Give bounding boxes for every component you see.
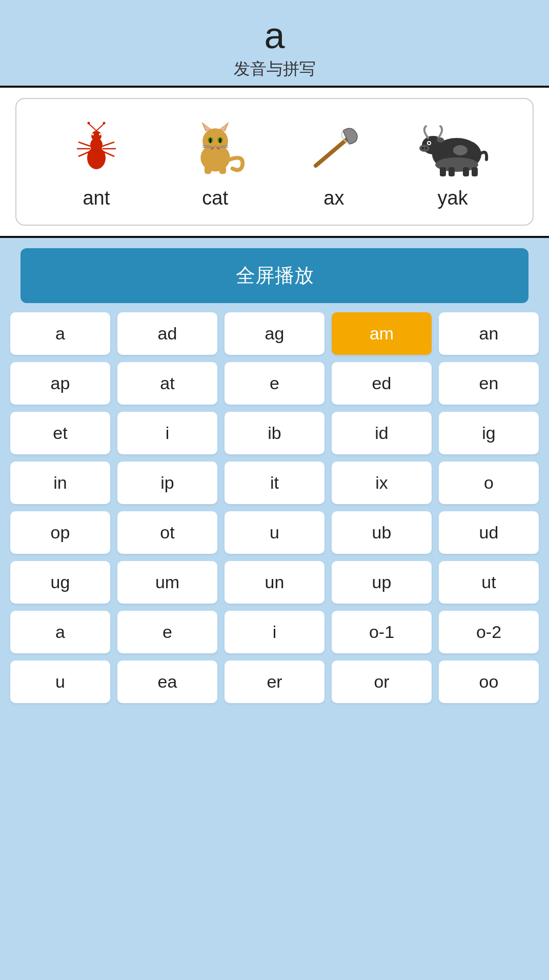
svg-point-23: [209, 138, 211, 144]
svg-point-41: [437, 137, 444, 143]
grid-btn-ap-5[interactable]: ap: [10, 362, 110, 405]
grid-btn-en-9[interactable]: en: [439, 362, 539, 405]
word-yak: yak: [412, 114, 494, 209]
svg-rect-42: [440, 167, 446, 176]
grid-btn-ut-29[interactable]: ut: [439, 561, 539, 604]
grid-btn-o-19[interactable]: o: [439, 462, 539, 504]
svg-point-2: [91, 131, 101, 141]
grid-btn-ug-25[interactable]: ug: [10, 561, 110, 604]
svg-point-39: [422, 147, 424, 149]
svg-rect-31: [219, 166, 226, 174]
grid-btn-e-7[interactable]: e: [225, 362, 324, 405]
svg-point-24: [219, 138, 221, 144]
word-ant: ant: [55, 114, 137, 209]
grid-btn-ot-21[interactable]: ot: [117, 511, 217, 554]
grid-btn-am-3[interactable]: am: [332, 312, 432, 355]
svg-line-12: [103, 142, 114, 146]
grid-btn-er-37[interactable]: er: [225, 661, 324, 703]
flash-card: ant: [15, 98, 534, 226]
grid-btn-o-1-33[interactable]: o-1: [332, 611, 432, 653]
svg-line-5: [96, 124, 104, 131]
svg-point-46: [453, 145, 467, 155]
grid-btn-o-2-34[interactable]: o-2: [439, 611, 539, 653]
flash-card-container: ant: [0, 86, 549, 238]
grid-btn-um-26[interactable]: um: [117, 561, 217, 604]
svg-point-7: [92, 133, 94, 135]
grid-btn-or-38[interactable]: or: [332, 661, 432, 703]
svg-point-40: [425, 147, 427, 149]
grid-btn-it-17[interactable]: it: [225, 462, 324, 504]
grid-btn-at-6[interactable]: at: [117, 362, 217, 405]
grid-btn-ea-36[interactable]: ea: [117, 661, 217, 703]
word-cat: cat: [174, 114, 256, 209]
word-ax: ax: [293, 114, 375, 209]
grid-btn-ix-18[interactable]: ix: [332, 462, 432, 504]
grid-btn-u-35[interactable]: u: [10, 661, 110, 703]
grid-btn-oo-39[interactable]: oo: [439, 661, 539, 703]
grid-btn-ed-8[interactable]: ed: [332, 362, 432, 405]
grid-btn-up-28[interactable]: up: [332, 561, 432, 604]
ant-label: ant: [83, 187, 110, 209]
grid-btn-a-0[interactable]: a: [10, 312, 110, 355]
grid-btn-u-22[interactable]: u: [225, 511, 324, 554]
grid-btn-et-10[interactable]: et: [10, 412, 110, 454]
svg-point-6: [103, 122, 105, 125]
svg-point-8: [99, 133, 101, 135]
svg-rect-43: [449, 167, 455, 176]
svg-rect-44: [463, 167, 469, 176]
svg-line-3: [89, 124, 96, 131]
grid-btn-ad-1[interactable]: ad: [117, 312, 217, 355]
grid-btn-e-31[interactable]: e: [117, 611, 217, 653]
svg-line-32: [316, 137, 349, 166]
syllable-grid: aadagamanapateedenetiibidiginipitixoopot…: [0, 303, 549, 708]
grid-btn-in-15[interactable]: in: [10, 462, 110, 504]
grid-btn-a-30[interactable]: a: [10, 611, 110, 653]
yak-image: [412, 114, 494, 181]
svg-point-4: [87, 122, 90, 125]
grid-btn-ib-12[interactable]: ib: [225, 412, 324, 454]
grid-btn-i-32[interactable]: i: [225, 611, 324, 653]
svg-point-37: [428, 142, 430, 144]
grid-btn-id-13[interactable]: id: [332, 412, 432, 454]
grid-btn-un-27[interactable]: un: [225, 561, 324, 604]
yak-label: yak: [438, 187, 468, 209]
page-letter: a: [0, 15, 549, 56]
grid-btn-ip-16[interactable]: ip: [117, 462, 217, 504]
svg-rect-45: [472, 167, 478, 176]
grid-btn-an-4[interactable]: an: [439, 312, 539, 355]
grid-btn-ig-14[interactable]: ig: [439, 412, 539, 454]
ax-image: [293, 114, 375, 181]
grid-btn-ag-2[interactable]: ag: [225, 312, 324, 355]
grid-btn-ud-24[interactable]: ud: [439, 511, 539, 554]
grid-btn-i-11[interactable]: i: [117, 412, 217, 454]
fullscreen-btn-area: 全屏播放: [0, 238, 549, 303]
grid-btn-ub-23[interactable]: ub: [332, 511, 432, 554]
svg-rect-30: [205, 166, 211, 174]
svg-point-38: [419, 145, 430, 152]
svg-point-16: [202, 128, 228, 154]
fullscreen-button[interactable]: 全屏播放: [21, 248, 528, 303]
ax-label: ax: [323, 187, 344, 209]
svg-line-9: [78, 142, 90, 146]
page-header: a 发音与拼写: [0, 0, 549, 86]
page-subtitle: 发音与拼写: [0, 58, 549, 81]
grid-btn-op-20[interactable]: op: [10, 511, 110, 554]
cat-label: cat: [202, 187, 228, 209]
ant-image: [55, 114, 137, 181]
cat-image: [174, 114, 256, 181]
